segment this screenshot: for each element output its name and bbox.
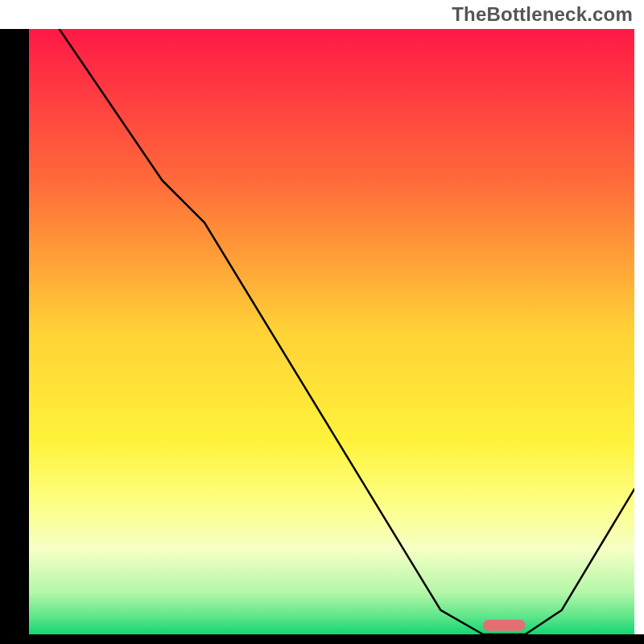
axis-left	[0, 29, 29, 644]
bottleneck-chart: TheBottleneck.com	[0, 0, 644, 644]
chart-svg	[0, 0, 644, 644]
optimal-range-marker	[483, 620, 526, 631]
attribution-watermark: TheBottleneck.com	[452, 3, 633, 26]
axis-bottom	[0, 634, 644, 644]
